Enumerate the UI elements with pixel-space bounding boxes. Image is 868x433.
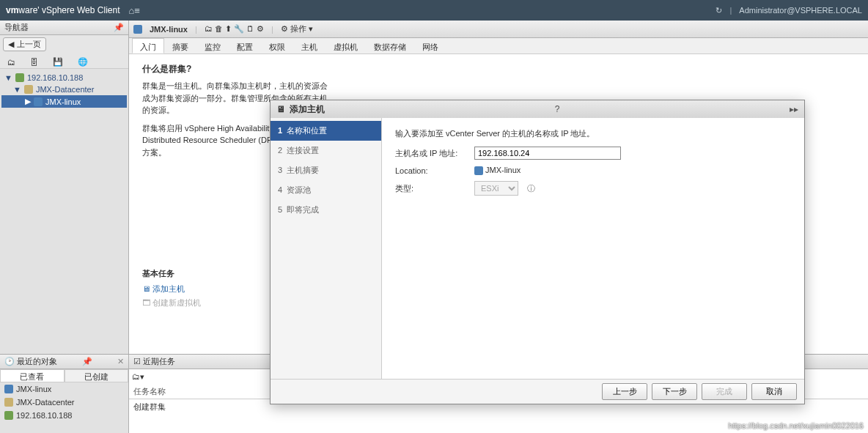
modal-titlebar[interactable]: 🖥 添加主机 ? ▸▸ — [271, 100, 804, 118]
cancel-button[interactable]: 取消 — [751, 383, 797, 400]
type-label: 类型: — [395, 183, 466, 194]
location-label: Location: — [395, 166, 466, 175]
host-add-icon: 🖥 — [276, 104, 285, 114]
wizard-step-4: 4 资源池 — [271, 180, 381, 200]
wizard-step-3: 3 主机摘要 — [271, 160, 381, 180]
finish-button: 完成 — [702, 383, 747, 400]
wizard-steps: 1 名称和位置 2 连接设置 3 主机摘要 4 资源池 5 即将完成 — [271, 118, 382, 379]
wizard-step-2: 2 连接设置 — [271, 141, 381, 160]
add-host-wizard: 🖥 添加主机 ? ▸▸ 1 名称和位置 2 连接设置 3 主机摘要 4 资源池 … — [270, 100, 805, 404]
wizard-instruction: 输入要添加至 vCenter Server 的主机的名称或 IP 地址。 — [395, 128, 791, 139]
help-icon[interactable]: ? — [555, 104, 560, 114]
expand-icon[interactable]: ▸▸ — [790, 104, 798, 114]
type-select[interactable]: ESXi — [474, 181, 518, 196]
host-ip-input[interactable] — [474, 147, 621, 160]
next-button[interactable]: 下一步 — [652, 383, 697, 400]
back-button[interactable]: 上一步 — [602, 383, 647, 400]
wizard-form: 输入要添加至 vCenter Server 的主机的名称或 IP 地址。 主机名… — [382, 118, 804, 379]
watermark: https://blog.csdn.net/xujiamin0022016 — [728, 421, 864, 430]
cluster-icon — [474, 166, 483, 175]
wizard-step-5: 5 即将完成 — [271, 200, 381, 220]
wizard-footer: 上一步 下一步 完成 取消 — [271, 379, 804, 404]
location-value: JMX-linux — [474, 166, 521, 175]
host-ip-label: 主机名或 IP 地址: — [395, 148, 466, 159]
wizard-step-1[interactable]: 1 名称和位置 — [271, 121, 381, 141]
modal-title-text: 添加主机 — [290, 103, 325, 116]
info-icon[interactable]: ⓘ — [527, 183, 535, 194]
